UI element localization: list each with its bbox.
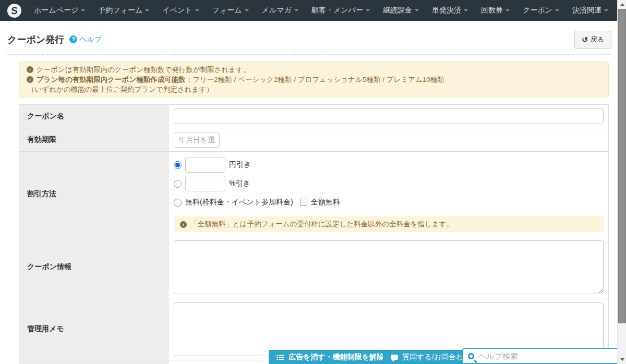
nav-item[interactable]: 顧客・メンバー — [311, 6, 370, 15]
nav-item[interactable]: ホームページ — [34, 6, 85, 15]
memo-label: 管理用メモ — [19, 298, 169, 360]
chevron-down-icon — [81, 9, 85, 11]
notice-line-3: （いずれかの機能の最上位ご契約プランで判定されます） — [27, 84, 601, 94]
percent-suffix-label: %引き — [229, 179, 250, 188]
nav-item[interactable]: 予約フォーム — [98, 6, 149, 15]
nav-item[interactable]: 単発決済 — [432, 6, 468, 15]
undo-icon: ↺ — [582, 36, 588, 43]
full-free-note: i 「全額無料」とは予約フォームの受付枠に設定した料金以外の全料金を指します。 — [174, 216, 604, 232]
discount-method-label: 割引方法 — [19, 152, 169, 236]
row-coupon-name: クーポン名 — [19, 105, 608, 128]
radio-free[interactable] — [174, 199, 182, 207]
chevron-down-icon — [245, 9, 249, 11]
info-icon: i — [27, 76, 33, 83]
discount-option-yen: 円引き — [174, 157, 604, 173]
discount-option-percent: %引き — [174, 176, 604, 191]
chevron-down-icon — [415, 9, 419, 11]
back-button-label: 戻る — [591, 35, 604, 44]
nav-menu: ホームページ予約フォームイベントフォームメルマガ顧客・メンバー継続課金単発決済回… — [34, 6, 626, 15]
plan-notice-box: i クーポンは有効期限内のクーポン種類数で発行数が制限されます。 i プラン毎の… — [19, 62, 609, 98]
vertical-scrollbar[interactable] — [617, 0, 626, 364]
info-icon: i — [180, 221, 187, 228]
scrollbar-thumb[interactable] — [618, 9, 626, 323]
chevron-down-icon — [294, 9, 298, 11]
question-circle-icon: ? — [69, 35, 77, 43]
notice-text-2: プラン毎の有効期限内クーポン種類作成可能数：フリー2種類 / ベーシック2種類 … — [37, 75, 444, 84]
notice-text-1: クーポンは有効期限内のクーポン種類数で発行数が制限されます。 — [37, 65, 250, 75]
issue-count-label-wrap: 発行枚数 i プラン毎制限値 — [19, 360, 169, 364]
coupon-info-textarea[interactable] — [174, 240, 604, 294]
scroll-down-arrow[interactable] — [618, 355, 626, 364]
nav-item[interactable]: メルマガ — [262, 6, 298, 15]
nav-item[interactable]: フォーム — [212, 6, 249, 15]
search-icon — [468, 353, 474, 359]
page-title: クーポン発行 — [7, 33, 64, 46]
full-free-label: 全額無料 — [311, 198, 340, 207]
chevron-down-icon — [505, 9, 510, 11]
help-link[interactable]: ? ヘルプ — [69, 35, 102, 44]
discount-option-free: 無料(枠料金・イベント参加料金) 全額無料 — [174, 195, 604, 210]
notice-line-2: i プラン毎の有効期限内クーポン種類作成可能数：フリー2種類 / ベーシック2種… — [27, 75, 601, 84]
coupon-name-input[interactable] — [174, 108, 604, 124]
list-icon — [276, 354, 284, 361]
row-coupon-info: クーポン情報 — [19, 236, 608, 298]
remove-ads-label: 広告を消す・機能制限を解除する — [288, 353, 399, 362]
chevron-down-icon — [464, 9, 468, 11]
full-free-note-text: 「全額無料」とは予約フォームの受付枠に設定した料金以外の全料金を指します。 — [190, 220, 453, 229]
row-expiry: 有効期限 — [19, 128, 608, 152]
radio-yen[interactable] — [174, 161, 182, 169]
coupon-info-label: クーポン情報 — [19, 236, 169, 298]
top-nav: S ホームページ予約フォームイベントフォームメルマガ顧客・メンバー継続課金単発決… — [0, 0, 626, 21]
help-search-input[interactable] — [478, 350, 613, 362]
speech-bubble-icon — [391, 355, 398, 360]
main-content: i クーポンは有効期限内のクーポン種類数で発行数が制限されます。 i プラン毎の… — [19, 62, 609, 364]
radio-percent[interactable] — [174, 180, 182, 188]
percent-amount-input[interactable] — [185, 176, 225, 191]
expiry-label: 有効期限 — [19, 128, 169, 151]
chevron-down-icon — [195, 9, 199, 11]
help-link-label[interactable]: ヘルプ — [79, 35, 102, 44]
chevron-down-icon — [145, 9, 149, 11]
help-search-box — [462, 348, 619, 364]
app-logo-icon[interactable]: S — [6, 3, 22, 18]
page-header: クーポン発行 ? ヘルプ ↺ 戻る — [0, 21, 626, 55]
back-button[interactable]: ↺ 戻る — [574, 31, 611, 48]
coupon-name-label: クーポン名 — [19, 105, 169, 128]
scroll-up-arrow[interactable] — [618, 0, 626, 9]
yen-amount-input[interactable] — [185, 157, 225, 173]
full-free-checkbox[interactable] — [300, 199, 307, 206]
nav-item[interactable]: イベント — [162, 6, 199, 15]
chevron-down-icon — [366, 9, 370, 11]
yen-suffix-label: 円引き — [229, 160, 251, 169]
free-option-label: 無料(枠料金・イベント参加料金) — [185, 198, 293, 207]
notice-text-3: （いずれかの機能の最上位ご契約プランで判定されます） — [28, 84, 213, 94]
info-icon: i — [27, 66, 33, 73]
nav-item[interactable]: 継続課金 — [383, 6, 419, 15]
chevron-down-icon — [555, 9, 559, 11]
notice-line-1: i クーポンは有効期限内のクーポン種類数で発行数が制限されます。 — [27, 65, 601, 75]
expiry-date-input[interactable] — [174, 132, 220, 148]
contact-label: 質問する/お問合わせ — [402, 353, 471, 362]
nav-item[interactable]: 決済関連 — [572, 6, 608, 15]
coupon-form: クーポン名 有効期限 割引方法 円引き %引 — [19, 104, 609, 364]
nav-item[interactable]: クーポン — [523, 6, 559, 15]
row-discount-method: 割引方法 円引き %引き 無料(枠料金・イベント参加料金) 全額無料 — [19, 152, 608, 236]
chevron-down-icon — [604, 9, 608, 11]
nav-item[interactable]: 回数券 — [481, 6, 510, 15]
